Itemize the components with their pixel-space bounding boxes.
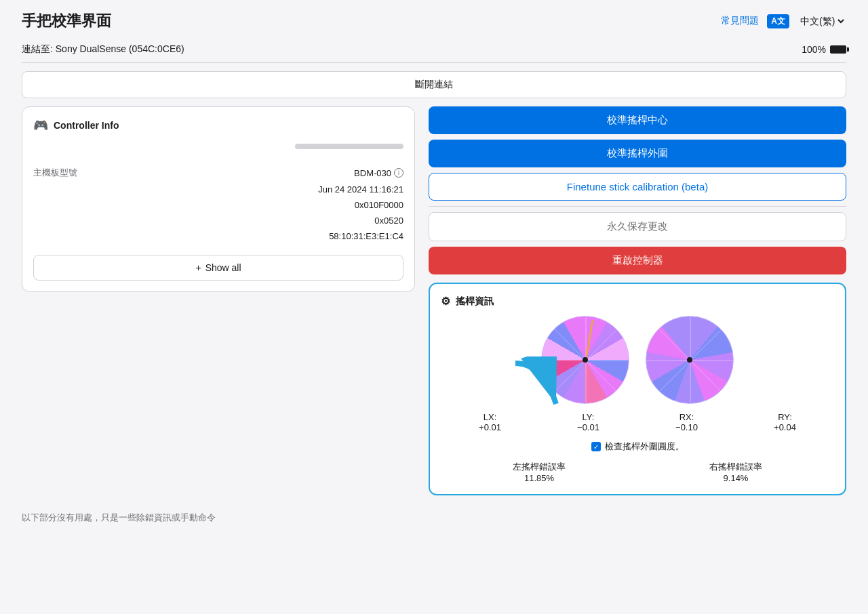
left-error-value: 11.85% [513, 473, 566, 483]
reset-button[interactable]: 重啟控制器 [429, 247, 846, 274]
right-panel: 校準搖桿中心 校準搖桿外圍 Finetune stick calibration… [429, 106, 846, 495]
calibrate-center-button[interactable]: 校準搖桿中心 [429, 106, 846, 134]
battery-info: 100% [802, 44, 846, 55]
footer-text: 以下部分沒有用處，只是一些除錯資訊或手動命令 [22, 512, 846, 524]
svg-line-14 [690, 329, 722, 361]
rx-group: RX: −0.10 [675, 412, 698, 432]
show-all-label: Show all [205, 262, 241, 273]
svg-line-17 [659, 329, 690, 361]
stick-card-title: 搖桿資訊 [456, 295, 494, 308]
connection-bar: 連結至: Sony DualSense (054C:0CE6) 100% [22, 38, 846, 63]
lx-group: LX: +0.01 [479, 412, 501, 432]
date-row: Jun 24 2024 11:16:21 [33, 182, 403, 197]
divider-1 [429, 206, 846, 207]
right-error-value: 9.14% [709, 473, 762, 483]
hex1-value: 0x010F0000 [355, 200, 403, 210]
blue-arrow-icon [509, 356, 563, 417]
rx-value: −0.10 [675, 422, 698, 432]
content-area: 連結至: Sony DualSense (054C:0CE6) 100% 斷開連… [0, 38, 868, 537]
right-error-group: 右搖桿錯誤率 9.14% [709, 461, 762, 483]
plus-icon: + [195, 262, 201, 273]
lang-badge-text: A文 [771, 16, 785, 27]
ly-group: LY: −0.01 [577, 412, 599, 432]
hex2-row: 0x0520 [33, 213, 403, 228]
lx-label: LX: [479, 412, 501, 422]
hex2-value: 0x0520 [374, 216, 403, 226]
board-label: 主機板型號 [33, 167, 77, 179]
svg-line-16 [659, 361, 690, 392]
card-title: Controller Info [54, 120, 119, 131]
save-button[interactable]: 永久保存更改 [429, 212, 846, 241]
checkbox-label: 檢查搖桿外圍圓度。 [605, 441, 684, 453]
right-stick-center-dot [687, 357, 692, 363]
mac-row: 58:10:31:E3:E1:C4 [33, 228, 403, 244]
ry-value: +0.04 [774, 422, 796, 432]
header-right: 常見問題 A文 中文(繁) English [721, 14, 846, 28]
left-error-label: 左搖桿錯誤率 [513, 461, 566, 473]
ly-value: −0.01 [577, 422, 599, 432]
finetune-label: Finetune stick calibration (beta) [567, 181, 708, 192]
controller-info-card: 🎮 Controller Info 主機板型號 BDM-030 i [22, 106, 415, 292]
stick-info-card: ⚙ 搖桿資訊 [429, 283, 846, 495]
app-header: 手把校準界面 常見問題 A文 中文(繁) English [0, 0, 868, 38]
battery-icon [830, 45, 846, 54]
lx-value: +0.01 [479, 422, 501, 432]
board-value: BDM-030 i [354, 168, 403, 178]
disconnect-button[interactable]: 斷開連結 [22, 71, 846, 98]
card-header: 🎮 Controller Info [33, 118, 403, 133]
info-icon[interactable]: i [394, 168, 403, 178]
circularity-checkbox[interactable]: ✓ [591, 442, 601, 451]
right-stick-circle [646, 316, 734, 404]
finetune-button[interactable]: Finetune stick calibration (beta) [429, 173, 846, 201]
ry-label: RY: [774, 412, 796, 422]
connection-info: 連結至: Sony DualSense (054C:0CE6) [22, 43, 184, 56]
rx-label: RX: [675, 412, 698, 422]
left-stick-center-dot [583, 357, 588, 363]
board-row: 主機板型號 BDM-030 i [33, 164, 403, 182]
stick-card-header: ⚙ 搖桿資訊 [441, 295, 834, 308]
svg-line-5 [586, 361, 617, 392]
left-error-group: 左搖桿錯誤率 11.85% [513, 461, 566, 483]
sticks-wrapper [441, 316, 834, 404]
svg-line-15 [690, 361, 722, 392]
lang-select[interactable]: 中文(繁) English [797, 15, 846, 27]
right-stick-container [646, 316, 734, 404]
date-value: Jun 24 2024 11:16:21 [318, 184, 403, 195]
hex1-row: 0x010F0000 [33, 197, 403, 213]
ry-group: RY: +0.04 [774, 412, 796, 432]
left-panel: 🎮 Controller Info 主機板型號 BDM-030 i [22, 106, 415, 495]
lang-badge: A文 [767, 14, 789, 28]
mac-value: 58:10:31:E3:E1:C4 [329, 231, 403, 241]
right-error-label: 右搖桿錯誤率 [709, 461, 762, 473]
stick-values: LX: +0.01 LY: −0.01 RX: −0.10 RY: +0.04 [441, 412, 834, 432]
app-title: 手把校準界面 [22, 11, 111, 31]
controller-icon: 🎮 [33, 118, 48, 133]
info-progress-bar [295, 144, 403, 149]
battery-percentage: 100% [802, 44, 826, 55]
main-layout: 🎮 Controller Info 主機板型號 BDM-030 i [22, 106, 846, 495]
ly-label: LY: [577, 412, 599, 422]
faq-link[interactable]: 常見問題 [721, 15, 759, 27]
show-all-button[interactable]: + Show all [33, 255, 403, 281]
calibrate-outer-button[interactable]: 校準搖桿外圍 [429, 140, 846, 167]
gear-icon: ⚙ [441, 295, 450, 308]
error-rates: 左搖桿錯誤率 11.85% 右搖桿錯誤率 9.14% [441, 461, 834, 483]
checkbox-row: ✓ 檢查搖桿外圍圓度。 [441, 441, 834, 453]
